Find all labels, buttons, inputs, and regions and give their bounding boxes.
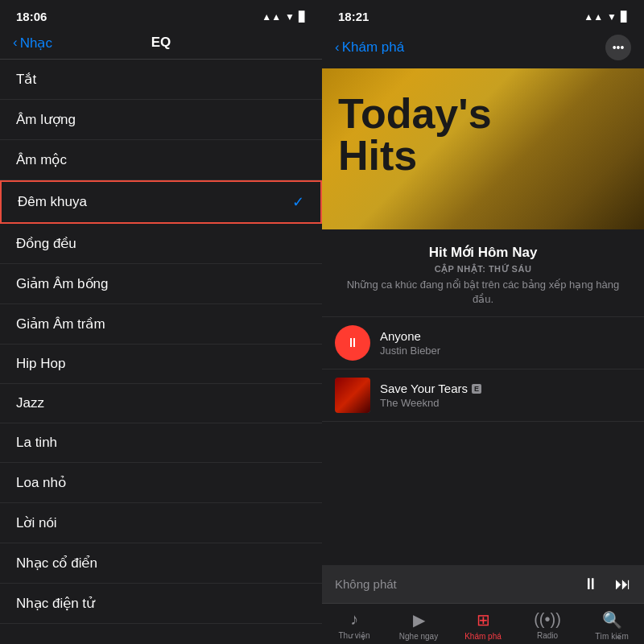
tab-label-library: Thư viện bbox=[338, 631, 369, 640]
desc-title: Hit Mới Hôm Nay bbox=[338, 244, 628, 261]
track-artist: Justin Bieber bbox=[380, 345, 631, 357]
track-art bbox=[335, 378, 370, 413]
tab-icon-radio: ((•)) bbox=[534, 610, 561, 629]
tab-listen-now[interactable]: ▶Nghe ngay bbox=[394, 610, 443, 641]
bottom-tabs: ♪Thư viện▶Nghe ngay⊞Khám phá((•))Radio🔍T… bbox=[322, 603, 644, 644]
wifi-icon: ▼ bbox=[285, 11, 295, 23]
eq-item-label: Đồng đều bbox=[16, 235, 76, 252]
tab-label-listen-now: Nghe ngay bbox=[399, 632, 438, 641]
checkmark-icon: ✓ bbox=[292, 193, 304, 211]
tab-search[interactable]: 🔍Tìm kiếm bbox=[588, 610, 636, 641]
now-playing-bar[interactable]: Không phát ⏸ ⏭ bbox=[322, 565, 644, 603]
playing-icon: ⏸ bbox=[346, 336, 359, 350]
signal-icon-right: ▲▲ bbox=[584, 11, 603, 23]
eq-item-label: Nhạc điện tử bbox=[16, 595, 95, 612]
eq-item-giam-am-tram[interactable]: Giảm Âm trầm bbox=[0, 304, 322, 345]
right-status-icons: ▲▲ ▼ ▊ bbox=[584, 11, 628, 23]
track-list: ⏸AnyoneJustin BieberSave Your TearsEThe … bbox=[322, 317, 644, 565]
eq-item-loi-noi[interactable]: Lời nói bbox=[0, 503, 322, 543]
track-info: Save Your TearsEThe Weeknd bbox=[380, 382, 631, 409]
tab-icon-browse: ⊞ bbox=[477, 610, 490, 630]
skip-forward-button[interactable]: ⏭ bbox=[615, 575, 631, 593]
explicit-badge: E bbox=[472, 384, 481, 394]
track-thumbnail: ⏸ bbox=[335, 325, 370, 361]
back-label: Nhạc bbox=[20, 35, 52, 52]
eq-item-hip-hop[interactable]: Hip Hop bbox=[0, 345, 322, 384]
track-thumbnail bbox=[335, 378, 370, 413]
eq-item-nhac-dien-tu[interactable]: Nhạc điện tử bbox=[0, 584, 322, 624]
back-button[interactable]: ‹ Nhạc bbox=[13, 35, 52, 52]
tab-icon-library: ♪ bbox=[350, 610, 358, 629]
battery-icon: ▊ bbox=[299, 11, 306, 23]
right-back-button[interactable]: ‹ Khám phá bbox=[335, 39, 404, 56]
tab-label-browse: Khám phá bbox=[464, 632, 502, 641]
desc-update-label: CẬP NHẬT: THỨ SÁU bbox=[338, 264, 628, 275]
hero-line2: Hits bbox=[338, 134, 628, 176]
eq-title: EQ bbox=[151, 35, 171, 51]
eq-list: TắtÂm lượngÂm mộcĐêm khuya✓Đồng đềuGiảm … bbox=[0, 60, 322, 644]
tab-browse[interactable]: ⊞Khám phá bbox=[459, 610, 507, 641]
hero-section: Today's Hits bbox=[322, 68, 644, 229]
playback-controls: ⏸ ⏭ bbox=[583, 575, 631, 593]
eq-item-am-luong[interactable]: Âm lượng bbox=[0, 100, 322, 140]
track-item-save-your-tears[interactable]: Save Your TearsEThe Weeknd bbox=[322, 369, 644, 422]
tab-icon-search: 🔍 bbox=[602, 610, 622, 630]
track-item-anyone[interactable]: ⏸AnyoneJustin Bieber bbox=[322, 317, 644, 369]
hero-title: Today's Hits bbox=[338, 93, 628, 176]
tab-library[interactable]: ♪Thư viện bbox=[330, 610, 378, 641]
tab-radio[interactable]: ((•))Radio bbox=[523, 610, 572, 641]
eq-item-am-moc[interactable]: Âm mộc bbox=[0, 140, 322, 180]
eq-item-giam-am-bong[interactable]: Giảm Âm bống bbox=[0, 264, 322, 304]
left-header: ‹ Nhạc EQ bbox=[0, 27, 322, 60]
eq-item-label: Hip Hop bbox=[16, 356, 65, 372]
eq-item-label: Âm lượng bbox=[16, 111, 76, 128]
now-playing-text: Không phát bbox=[335, 577, 397, 591]
hero-line1: Today's bbox=[338, 93, 628, 134]
desc-text: Những ca khúc đang nổi bật trên các bảng… bbox=[338, 278, 628, 307]
eq-item-la-tinh[interactable]: La tinh bbox=[0, 423, 322, 463]
eq-item-label: Đêm khuya bbox=[18, 194, 87, 210]
track-name: Anyone bbox=[380, 329, 631, 343]
eq-item-dem-khuya[interactable]: Đêm khuya✓ bbox=[0, 180, 322, 224]
description-section: Hit Mới Hôm Nay CẬP NHẬT: THỨ SÁU Những … bbox=[322, 229, 644, 317]
eq-item-label: La tinh bbox=[16, 435, 57, 451]
left-status-icons: ▲▲ ▼ ▊ bbox=[262, 11, 306, 23]
track-name: Save Your TearsE bbox=[380, 382, 631, 395]
battery-icon-right: ▊ bbox=[621, 11, 628, 23]
tab-label-search: Tìm kiếm bbox=[595, 632, 629, 641]
eq-item-label: Giảm Âm bống bbox=[16, 275, 108, 292]
right-panel: 18:21 ▲▲ ▼ ▊ ‹ Khám phá ••• Today's Hits… bbox=[322, 0, 644, 644]
track-artist: The Weeknd bbox=[380, 397, 631, 409]
right-header: ‹ Khám phá ••• bbox=[322, 27, 644, 68]
eq-item-label: Âm mộc bbox=[16, 151, 67, 168]
track-info: AnyoneJustin Bieber bbox=[380, 329, 631, 357]
left-status-bar: 18:06 ▲▲ ▼ ▊ bbox=[0, 0, 322, 27]
wifi-icon-right: ▼ bbox=[607, 11, 617, 23]
eq-item-loa-nho[interactable]: Loa nhỏ bbox=[0, 463, 322, 503]
tab-icon-listen-now: ▶ bbox=[413, 610, 425, 630]
eq-item-nhac-co-dien[interactable]: Nhạc cổ điển bbox=[0, 543, 322, 584]
more-options-button[interactable]: ••• bbox=[605, 35, 631, 60]
eq-item-label: Giảm Âm trầm bbox=[16, 316, 105, 332]
eq-item-label: Jazz bbox=[16, 395, 44, 411]
pause-button[interactable]: ⏸ bbox=[583, 575, 599, 593]
right-time: 18:21 bbox=[338, 10, 369, 23]
eq-item-label: Loa nhỏ bbox=[16, 474, 66, 491]
left-time: 18:06 bbox=[16, 10, 47, 23]
right-status-bar: 18:21 ▲▲ ▼ ▊ bbox=[322, 0, 644, 27]
eq-item-label: Lời nói bbox=[16, 514, 57, 531]
eq-item-label: Nhạc cổ điển bbox=[16, 555, 97, 572]
chevron-left-icon: ‹ bbox=[13, 35, 18, 51]
tab-label-radio: Radio bbox=[537, 631, 558, 640]
eq-item-dong-deu[interactable]: Đồng đều bbox=[0, 224, 322, 264]
right-chevron-left-icon: ‹ bbox=[335, 39, 340, 56]
left-panel: 18:06 ▲▲ ▼ ▊ ‹ Nhạc EQ TắtÂm lượngÂm mộc… bbox=[0, 0, 322, 644]
eq-item-label: Tắt bbox=[16, 71, 36, 88]
right-back-label: Khám phá bbox=[342, 39, 405, 56]
more-icon: ••• bbox=[613, 41, 625, 54]
signal-icon: ▲▲ bbox=[262, 11, 281, 23]
eq-item-tat[interactable]: Tắt bbox=[0, 60, 322, 100]
eq-item-jazz[interactable]: Jazz bbox=[0, 384, 322, 423]
